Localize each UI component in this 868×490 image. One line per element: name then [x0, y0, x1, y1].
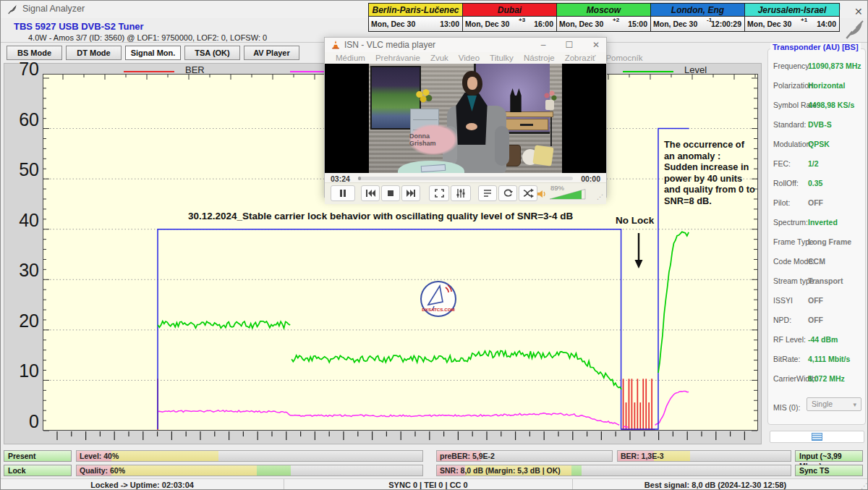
clock-city: Dubai [463, 4, 556, 17]
row-value: Horizontal [808, 81, 845, 90]
row-value: OFF [808, 296, 823, 305]
transponder-row-rflevel: RF Level:-44 dBm [773, 335, 864, 345]
transponder-header: Transponder (AU) [BS] [770, 43, 861, 51]
transponder-row-bitrate: BitRate:4,111 Mbit/s [773, 355, 864, 365]
window-resize-grip[interactable]: ⋰ [861, 482, 867, 490]
vlc-maximize-button[interactable]: ☐ [564, 40, 574, 50]
stop-button[interactable] [381, 185, 400, 201]
tv-studio-scene: Donna Grisham [369, 64, 562, 173]
dxsatcs-watermark-logo: DXSATCS.COM [418, 277, 459, 321]
transponder-row-frequency: Frequency:11090,873 MHz [773, 62, 864, 72]
clock-city: London, Eng [651, 4, 744, 17]
row-value: Inverted [808, 218, 838, 227]
name-caption: Donna Grisham [409, 124, 457, 155]
presenter-hands [466, 123, 477, 130]
row-label: Frequency: [773, 62, 812, 70]
resize-grip[interactable]: ⋰ [597, 193, 603, 200]
quality-meter-label: Quality: 60% [80, 466, 125, 475]
close-button[interactable]: ✕ [854, 6, 863, 17]
random-icon [522, 187, 534, 199]
tab-dt-mode[interactable]: DT Mode [66, 46, 122, 60]
level-meter: Level: 40% [76, 450, 423, 462]
transponder-row-streamtype: Stream type:Transport [773, 276, 864, 287]
previous-button[interactable] [361, 185, 380, 201]
row-label: Modulation: [773, 140, 812, 148]
row-label: BitRate: [773, 355, 800, 363]
menu-pomocn-k[interactable]: Pomocník [600, 52, 647, 64]
row-label: RF Level: [773, 335, 806, 344]
snr-meter-label: SNR: 8,0 dB (Margin: 5,3 dB | OK) [440, 466, 561, 475]
row-value: OFF [808, 198, 823, 207]
random-button[interactable] [519, 185, 537, 201]
preber-meter: preBER: 5,9E-2 [436, 450, 613, 462]
menu-video[interactable]: Video [454, 52, 485, 64]
playlist-button[interactable] [478, 185, 497, 201]
yellow-flowers [414, 87, 433, 106]
row-label: NPD: [773, 316, 791, 324]
console-drawer [505, 119, 548, 130]
preber-meter-label: preBER: 5,9E-2 [440, 452, 495, 460]
panel-button[interactable] [770, 431, 864, 443]
anomaly-annotation: The occurrence of an anomaly : Sudden in… [664, 139, 755, 206]
tab-bs-mode[interactable]: BS Mode [7, 46, 62, 60]
volume-slider[interactable] [550, 189, 586, 200]
row-label: Standard: [773, 120, 807, 129]
menu-n-stroje[interactable]: Nástroje [519, 52, 560, 64]
transponder-row-polarization: Polarization:Horizontal [773, 81, 864, 91]
row-value: 4,111 Mbit/s [808, 355, 850, 363]
down-arrow-icon [632, 232, 645, 269]
meter-fill-yellow [111, 451, 218, 461]
vlc-window-title: ISN - VLC media player [344, 40, 435, 50]
transponder-row-spectrum: Spectrum:Inverted [773, 218, 864, 228]
extended-settings-button[interactable] [451, 185, 471, 201]
statusbar-best-signal: Best signal: 8,0 dB (2024-12-30 12:58) [573, 479, 858, 490]
menu-titulky[interactable]: Titulky [485, 52, 519, 64]
world-clocks: Berlin-Paris-LučenecMon, Dec 3013:00Duba… [368, 3, 840, 32]
seek-slider[interactable] [358, 177, 573, 180]
menu-zvuk[interactable]: Zvuk [425, 52, 454, 64]
stop-icon [385, 187, 396, 199]
status-bar: Locked -> Uptime: 02:03:04 SYNC 0 | TEI … [1, 478, 868, 490]
row-value: OFF [808, 316, 823, 324]
statusbar-lock-uptime: Locked -> Uptime: 02:03:04 [1, 479, 284, 490]
clock-2: DubaiMon, Dec 30+316:00 [463, 4, 557, 31]
meter-fill-green [257, 465, 292, 476]
pause-button[interactable] [331, 185, 355, 201]
tab-tsa-ok-[interactable]: TSA (OK) [184, 46, 240, 60]
vlc-title-bar[interactable]: ISN - VLC media player – ☐ ✕ [325, 38, 606, 52]
pause-icon [337, 187, 349, 199]
menu-zobrazi-[interactable]: Zobraziť [560, 52, 601, 64]
menu-prehr-vanie[interactable]: Prehrávanie [370, 52, 425, 64]
transponder-row-issyi: ISSYIOFF [773, 296, 864, 306]
menu-m-dium[interactable]: Médium [331, 52, 370, 64]
clock-time: Mon, Dec 30+114:00 [745, 17, 839, 31]
legend-color-dash [623, 71, 673, 72]
presenter-face [467, 77, 477, 90]
vlc-video-area[interactable]: Donna Grisham [325, 64, 606, 173]
transponder-row-modulation: Modulation:QPSK [773, 140, 864, 150]
next-button[interactable] [401, 185, 420, 201]
loop-button[interactable] [498, 185, 517, 201]
clock-city: Moscow [557, 4, 650, 17]
row-value: DVB-S [808, 120, 832, 129]
tab-signal-mon-[interactable]: Signal Mon. [125, 46, 181, 60]
mis-select[interactable]: Single▾ [807, 397, 861, 411]
vlc-window: ISN - VLC media player – ☐ ✕ MédiumPrehr… [324, 37, 607, 198]
y-tick-label: 50 [7, 159, 39, 180]
clock-4: London, EngMon, Dec 30-112:00:29 [651, 4, 745, 31]
input-indicator: Input (~3,99 Mbps) [795, 450, 863, 462]
row-value: 11090,873 MHz [808, 62, 861, 70]
speaker-icon[interactable] [537, 190, 547, 198]
statusbar-sync-counters: SYNC 0 | TEI 0 | CC 0 [284, 479, 573, 490]
legend-color-dash [124, 71, 174, 72]
vlc-minimize-button[interactable]: – [538, 40, 548, 50]
tab-av-player[interactable]: AV Player [244, 46, 299, 60]
transponder-row-frametype: Frame Type:Long Frame [773, 237, 864, 248]
fullscreen-icon [433, 187, 445, 199]
vlc-close-button[interactable]: ✕ [591, 40, 601, 50]
clock-1: Berlin-Paris-LučenecMon, Dec 3013:00 [369, 4, 463, 31]
window-title: Signal Analyzer [22, 4, 85, 14]
transponder-row-fec: FEC:1/2 [773, 159, 864, 169]
fullscreen-button[interactable] [429, 185, 449, 201]
clock-city: Jerusalem-Israel [745, 4, 839, 17]
